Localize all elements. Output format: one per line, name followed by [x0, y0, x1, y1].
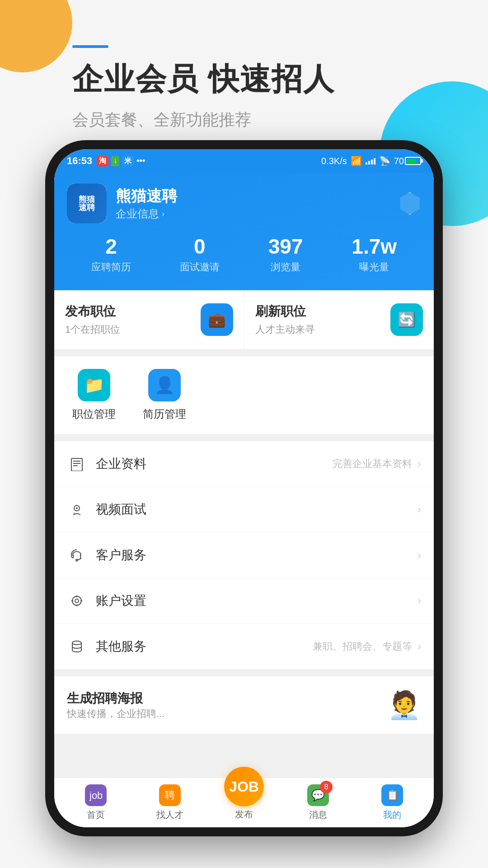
wifi-icon: 📡 — [379, 156, 390, 166]
stat-interviews-value: 0 — [180, 236, 220, 257]
phone-screen: 16:53 淘 ↓ 米 ••• 0.3K/s 📶 — [54, 149, 434, 827]
blue-header: 熊猫 速聘 熊猫速聘 企业信息 › — [54, 173, 434, 290]
battery-icon: 70 — [394, 156, 421, 166]
fab-job-icon: JOB — [229, 778, 259, 795]
fab-publish-button[interactable]: JOB — [224, 767, 264, 807]
nav-home[interactable]: job 首页 — [59, 784, 133, 821]
poster-illustration: 🧑‍💼 — [387, 689, 421, 721]
publish-job-button[interactable]: 💼 — [201, 303, 233, 336]
app-icon-2: ↓ — [111, 156, 119, 166]
briefcase-icon: 💼 — [208, 311, 226, 328]
refresh-job-title: 刷新职位 — [255, 303, 315, 320]
stat-impressions[interactable]: 1.7w 曝光量 — [352, 236, 397, 274]
nav-messages[interactable]: 💬 8 消息 — [281, 784, 355, 821]
position-management[interactable]: 📁 职位管理 — [72, 369, 116, 421]
company-name: 熊猫速聘 — [116, 186, 177, 207]
page-header: 企业会员 快速招人 会员套餐、全新功能推荐 — [72, 45, 335, 131]
menu-account-settings-title: 账户设置 — [96, 592, 412, 609]
svg-rect-0 — [71, 458, 82, 471]
talent-icon-glyph: 聘 — [165, 788, 175, 802]
messages-badge: 8 — [320, 781, 333, 793]
company-info-icon — [67, 454, 87, 474]
svg-text:job: job — [89, 790, 102, 801]
poster-section[interactable]: 生成招聘海报 快速传播，企业招聘... 🧑‍💼 — [54, 676, 434, 734]
publish-job-sub: 1个在招职位 — [65, 323, 120, 336]
menu-account-settings[interactable]: 账户设置 › — [54, 578, 434, 624]
management-row: 📁 职位管理 👤 简历管理 — [54, 356, 434, 434]
menu-company-info-chevron: › — [418, 458, 421, 470]
menu-account-settings-chevron: › — [418, 594, 421, 607]
nav-talent-label: 找人才 — [156, 809, 183, 821]
phone-mockup: 16:53 淘 ↓ 米 ••• 0.3K/s 📶 — [45, 140, 443, 836]
svg-point-14 — [72, 641, 81, 645]
menu-customer-service[interactable]: 客户服务 › — [54, 533, 434, 578]
svg-point-9 — [75, 599, 79, 603]
svg-point-8 — [72, 596, 81, 605]
resume-mgmt-icon: 👤 — [148, 369, 181, 401]
home-nav-icon: job — [85, 784, 107, 806]
quick-actions: 发布职位 1个在招职位 💼 刷新职位 人才主动来寻 — [54, 290, 434, 349]
stat-impressions-label: 曝光量 — [352, 260, 397, 274]
app-content: 熊猫 速聘 熊猫速聘 企业信息 › — [54, 173, 434, 827]
mine-icon-glyph: 📋 — [386, 789, 399, 801]
resume-management[interactable]: 👤 简历管理 — [143, 369, 186, 421]
dots: ••• — [136, 156, 145, 166]
main-content: 发布职位 1个在招职位 💼 刷新职位 人才主动来寻 — [54, 290, 434, 778]
profile-row: 熊猫 速聘 熊猫速聘 企业信息 › — [67, 184, 421, 223]
orange-circle-decoration — [0, 0, 72, 72]
resume-mgmt-label: 简历管理 — [143, 407, 186, 421]
menu-other-services-chevron: › — [418, 640, 421, 653]
refresh-job-button[interactable]: 🔄 — [390, 303, 423, 336]
refresh-job-card[interactable]: 刷新职位 人才主动来寻 🔄 — [244, 290, 434, 349]
publish-job-title: 发布职位 — [65, 303, 120, 320]
publish-job-text: 发布职位 1个在招职位 — [65, 303, 120, 336]
menu-customer-service-title: 客户服务 — [96, 547, 412, 564]
app-logo[interactable]: 熊猫 速聘 — [67, 184, 107, 223]
stat-resumes[interactable]: 2 应聘简历 — [91, 236, 131, 274]
app-icon-3: 米 — [122, 156, 134, 166]
messages-icon-wrapper: 💬 8 — [307, 784, 329, 806]
nav-talent[interactable]: 聘 找人才 — [133, 784, 207, 821]
nav-mine[interactable]: 📋 我的 — [355, 784, 429, 821]
stat-resumes-label: 应聘简历 — [91, 260, 131, 274]
poster-sub: 快速传播，企业招聘... — [67, 707, 164, 721]
phone-outer: 16:53 淘 ↓ 米 ••• 0.3K/s 📶 — [45, 140, 443, 836]
menu-list: 企业资料 完善企业基本资料 › — [54, 441, 434, 669]
menu-company-info[interactable]: 企业资料 完善企业基本资料 › — [54, 441, 434, 487]
menu-company-info-hint: 完善企业基本资料 — [333, 457, 412, 471]
menu-video-interview[interactable]: 视频面试 › — [54, 487, 434, 533]
publish-job-card[interactable]: 发布职位 1个在招职位 💼 — [54, 290, 244, 349]
position-mgmt-icon: 📁 — [78, 369, 110, 401]
page-title: 企业会员 快速招人 — [72, 59, 335, 100]
stat-views[interactable]: 397 浏览量 — [268, 236, 303, 274]
person-icon: 👤 — [155, 376, 175, 395]
stat-impressions-value: 1.7w — [352, 236, 397, 257]
stat-views-value: 397 — [268, 236, 303, 257]
menu-other-services[interactable]: 其他服务 兼职、招聘会、专题等 › — [54, 624, 434, 669]
stat-interviews[interactable]: 0 面试邀请 — [180, 236, 220, 274]
profile-info: 熊猫速聘 企业信息 › — [116, 186, 177, 221]
nav-mine-label: 我的 — [383, 809, 401, 821]
talent-nav-icon: 聘 — [159, 784, 181, 806]
poster-text: 生成招聘海报 快速传播，企业招聘... — [67, 690, 164, 721]
position-mgmt-label: 职位管理 — [72, 407, 116, 421]
company-sub-chevron: › — [162, 209, 164, 219]
menu-customer-service-chevron: › — [418, 549, 421, 561]
page-subtitle: 会员套餐、全新功能推荐 — [72, 109, 335, 131]
folder-icon: 📁 — [84, 376, 104, 395]
stat-resumes-value: 2 — [91, 236, 131, 257]
stat-views-label: 浏览量 — [268, 260, 303, 274]
signal-bars — [366, 157, 375, 165]
menu-video-interview-title: 视频面试 — [96, 501, 412, 518]
stats-row: 2 应聘简历 0 面试邀请 397 浏览量 1.7w — [67, 236, 421, 274]
stat-interviews-label: 面试邀请 — [180, 260, 220, 274]
status-bar: 16:53 淘 ↓ 米 ••• 0.3K/s 📶 — [54, 149, 434, 173]
video-interview-icon — [67, 500, 87, 519]
bottom-nav: job 首页 聘 找人才 JOB — [54, 778, 434, 827]
nav-publish-fab[interactable]: JOB 发布 — [207, 767, 281, 821]
status-time: 16:53 — [67, 155, 92, 167]
status-right: 0.3K/s 📶 📡 70 — [321, 156, 421, 166]
status-speed: 0.3K/s — [321, 156, 347, 166]
hexagon-settings-icon[interactable] — [399, 192, 421, 215]
company-sub[interactable]: 企业信息 › — [116, 207, 177, 221]
